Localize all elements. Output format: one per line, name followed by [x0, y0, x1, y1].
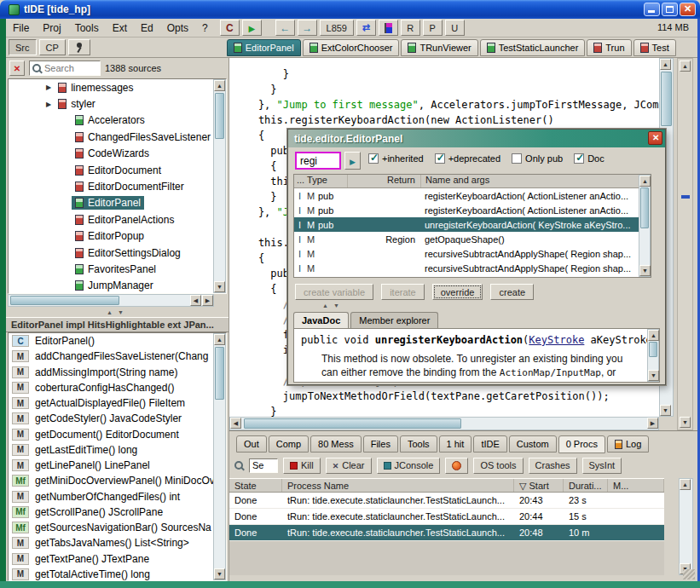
- title-bar[interactable]: tIDE [tide_hp]: [0, 0, 700, 19]
- splitter-down-icon[interactable]: [118, 309, 124, 315]
- doc-tab[interactable]: Member explorer: [350, 312, 438, 328]
- menu-item[interactable]: Ext: [106, 20, 134, 36]
- dialog-close-button[interactable]: [648, 131, 662, 145]
- member-row[interactable]: M getActualDisplayedFile() FileItem: [9, 395, 226, 411]
- bottom-tab[interactable]: tIDE: [473, 435, 506, 453]
- sidebar-splitter[interactable]: [6, 307, 229, 317]
- dialog-title-bar[interactable]: tide.editor.EditorPanel: [288, 130, 665, 147]
- tree-horizontal-scrollbar[interactable]: [8, 294, 214, 307]
- member-row[interactable]: M getLastEditTime() long: [9, 442, 226, 458]
- member-row[interactable]: M addChangedFilesSaveListener(Chang: [9, 349, 226, 364]
- tree-item[interactable]: EditorDocument: [9, 162, 226, 178]
- file-tab[interactable]: ExtColorChooser: [303, 39, 400, 56]
- checkbox[interactable]: [435, 153, 445, 164]
- scroll-down-arrow[interactable]: [214, 281, 225, 292]
- member-row[interactable]: Mf getScrollPane() JScrollPane: [9, 504, 226, 520]
- tree-item[interactable]: linemessages: [9, 79, 226, 95]
- scroll-up-arrow[interactable]: [680, 479, 691, 490]
- tree-item[interactable]: FavoritesPanel: [9, 261, 226, 277]
- bottom-tab[interactable]: 0 Procs: [558, 435, 605, 453]
- record-button[interactable]: [445, 458, 468, 474]
- checkbox[interactable]: [574, 153, 584, 164]
- cp-view-button[interactable]: CP: [39, 39, 66, 55]
- pin-button[interactable]: [68, 39, 90, 55]
- filter-go-button[interactable]: [344, 152, 361, 170]
- tree-vertical-scrollbar[interactable]: [213, 79, 226, 293]
- tree-item[interactable]: EditorSettingsDialog: [9, 245, 226, 261]
- member-row[interactable]: M getTabsJavaNames() List<String>: [9, 535, 226, 551]
- splitter-down-icon[interactable]: [333, 303, 339, 308]
- members-vertical-scrollbar[interactable]: [213, 333, 226, 580]
- file-tab[interactable]: EditorPanel: [227, 39, 301, 56]
- tree-item[interactable]: ChangedFilesSaveListener: [9, 129, 226, 145]
- scroll-up-arrow[interactable]: [639, 176, 651, 187]
- menu-item[interactable]: Proj: [36, 20, 67, 36]
- update-button[interactable]: U: [445, 20, 465, 36]
- tree-item[interactable]: CodeWizards: [9, 146, 226, 162]
- process-table-scrollbar[interactable]: [679, 478, 693, 575]
- crashes-button[interactable]: Crashes: [529, 458, 577, 474]
- process-row[interactable]: Done tRun: tide.execute.staticlauncher.T…: [229, 525, 664, 541]
- member-result-row[interactable]: I M pub registerKeyboardAction( ActionLi…: [294, 203, 651, 217]
- dialog-action-button[interactable]: create variable: [295, 284, 373, 300]
- scroll-down-arrow[interactable]: [639, 265, 651, 276]
- goto-line-button[interactable]: L859: [320, 20, 354, 36]
- dialog-action-button[interactable]: iterate: [381, 284, 425, 300]
- scroll-up-arrow[interactable]: [680, 61, 691, 72]
- tree-item[interactable]: styler: [9, 95, 226, 112]
- process-row[interactable]: Done tRun: tide.execute.staticlauncher.T…: [229, 509, 664, 525]
- keystroke-type-link[interactable]: KeyStroke: [529, 334, 584, 346]
- checkbox-option[interactable]: +inherited: [368, 153, 424, 164]
- tree-item[interactable]: EditorPanelActions: [9, 211, 226, 228]
- swap-button[interactable]: [356, 20, 376, 36]
- tree-item[interactable]: EditorPanel: [9, 195, 226, 211]
- flag-button[interactable]: [379, 20, 398, 36]
- file-tab[interactable]: Test: [633, 39, 676, 56]
- member-row[interactable]: Mf getSourcesNavigationBar() SourcesNa: [9, 520, 226, 535]
- splitter-up-icon[interactable]: [107, 309, 113, 315]
- editor-horizontal-scrollbar[interactable]: [229, 417, 659, 430]
- search-input[interactable]: [44, 63, 94, 73]
- member-result-row[interactable]: I M recursiveSubtractAndApplyShape( Regi…: [294, 261, 651, 275]
- bottom-tab[interactable]: 1 hit: [439, 435, 472, 453]
- menu-item[interactable]: File: [6, 20, 36, 36]
- member-result-row[interactable]: I M recursiveSubtractAndApplyShape( Regi…: [294, 246, 651, 261]
- bottom-tab[interactable]: Tools: [400, 435, 437, 453]
- nav-back-button[interactable]: ←: [275, 20, 295, 36]
- tree-item[interactable]: JumpManager: [9, 278, 226, 294]
- tree-item[interactable]: EditorPopup: [9, 228, 226, 245]
- process-row[interactable]: Done tRun: tide.execute.staticlauncher.T…: [229, 493, 664, 509]
- member-row[interactable]: M coberturaConfigHasChanged(): [9, 380, 226, 395]
- refactor-button[interactable]: R: [401, 20, 420, 36]
- column-header-duration[interactable]: Durati...: [564, 479, 608, 492]
- splitter-up-icon[interactable]: [322, 303, 328, 308]
- column-header-name[interactable]: Name and args: [420, 175, 651, 187]
- scrollbar-thumb[interactable]: [661, 72, 672, 126]
- member-row[interactable]: M getLinePanel() LinePanel: [9, 458, 226, 473]
- bookmark-marker[interactable]: [681, 195, 690, 199]
- scrollbar-thumb[interactable]: [244, 418, 461, 429]
- doc-tab[interactable]: JavaDoc: [293, 312, 349, 329]
- scrollbar-thumb[interactable]: [640, 187, 649, 228]
- column-header-process-name[interactable]: Process Name: [282, 479, 514, 492]
- member-row[interactable]: M getTextPane() JTextPane: [9, 551, 226, 567]
- kill-button[interactable]: Kill: [283, 458, 321, 474]
- dialog-action-button[interactable]: override: [432, 284, 483, 300]
- scrollbar-thumb[interactable]: [649, 342, 657, 357]
- scroll-down-arrow[interactable]: [214, 568, 225, 579]
- member-row[interactable]: M getDocument() EditorDocument: [9, 427, 226, 442]
- scroll-down-arrow[interactable]: [680, 417, 691, 428]
- menu-item[interactable]: Tools: [68, 20, 106, 36]
- checkbox[interactable]: [512, 153, 522, 164]
- dialog-splitter[interactable]: [322, 303, 339, 308]
- scroll-down-arrow[interactable]: [660, 405, 671, 416]
- source-tree[interactable]: linemessages styler Accelerators: [8, 78, 227, 294]
- member-row[interactable]: M getTotalActiveTime() long: [9, 567, 226, 581]
- scroll-left-arrow[interactable]: [190, 295, 201, 306]
- file-tab[interactable]: TestStaticLauncher: [480, 39, 586, 56]
- scroll-right-arrow[interactable]: [202, 295, 213, 306]
- column-header-return[interactable]: Return: [347, 175, 420, 187]
- menu-item[interactable]: Ed: [134, 20, 160, 36]
- src-view-button[interactable]: Src: [9, 39, 37, 55]
- tree-item[interactable]: Accelerators: [9, 112, 226, 129]
